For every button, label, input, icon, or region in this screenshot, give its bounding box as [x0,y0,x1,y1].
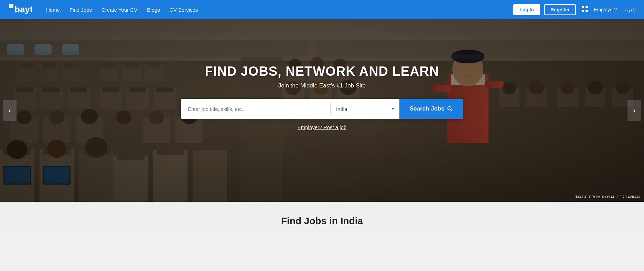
nav-find-jobs[interactable]: Find Jobs [69,7,92,13]
svg-text:bayt: bayt [14,4,32,14]
chevron-down-icon: ▾ [392,106,394,111]
grid-icon[interactable] [581,6,588,14]
svg-rect-5 [586,10,588,12]
nav-create-cv[interactable]: Create Your CV [101,7,137,13]
location-selector[interactable]: India ▾ [331,99,399,119]
login-button[interactable]: Log In [513,4,540,15]
below-hero-section: Find Jobs in India [0,202,644,233]
hero-section: ‹ › FIND JOBS, NETWORK AND LEARN Join th… [0,19,644,202]
svg-rect-3 [586,6,588,8]
search-jobs-label: Search Jobs [410,105,444,112]
below-hero-title: Find Jobs in India [7,216,637,227]
location-value: India [336,106,389,112]
carousel-prev-button[interactable]: ‹ [3,100,17,121]
image-credit: IMAGE FROM ROYAL JORDANIAN [575,195,640,199]
navbar-actions: Log In Register Employer? العربية [513,4,636,15]
svg-rect-2 [582,6,584,8]
search-icon [447,106,453,112]
employer-link[interactable]: Employer? [594,7,617,12]
main-nav: Home Find Jobs Create Your CV Blogs CV S… [46,7,513,13]
svg-rect-4 [582,10,584,12]
nav-blogs[interactable]: Blogs [147,7,160,13]
hero-title: FIND JOBS, NETWORK AND LEARN [205,64,439,79]
arabic-link[interactable]: العربية [622,7,636,12]
hero-subtitle: Join the Middle East's #1 Job Site [278,82,366,89]
svg-line-102 [451,110,453,112]
svg-rect-0 [9,4,13,8]
hero-content: FIND JOBS, NETWORK AND LEARN Join the Mi… [0,19,644,130]
nav-home[interactable]: Home [46,7,60,13]
nav-cv-services[interactable]: CV Services [170,7,198,13]
job-search-input[interactable] [181,99,330,119]
navbar: bayt Home Find Jobs Create Your CV Blogs… [0,0,644,19]
search-jobs-button[interactable]: Search Jobs [399,99,463,119]
search-bar: India ▾ Search Jobs [181,99,463,119]
svg-point-101 [448,107,451,110]
carousel-next-button[interactable]: › [627,100,641,121]
employer-post-text: Employer? Post a job [298,124,347,130]
logo[interactable]: bayt [8,3,32,16]
register-button[interactable]: Register [544,4,576,15]
employer-post-link[interactable]: Employer? Post a job [298,124,347,130]
